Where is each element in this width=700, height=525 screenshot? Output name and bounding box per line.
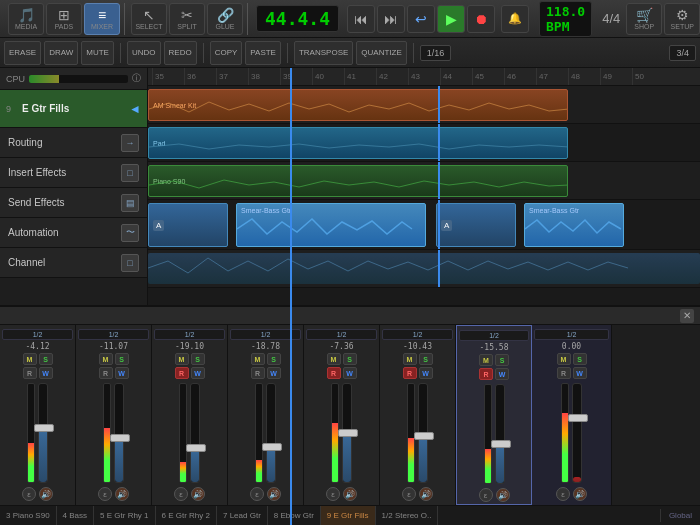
fader-handle-gtr2[interactable] [262,443,282,451]
clip-drums-1[interactable]: AM Smear Kit [148,89,568,121]
mute-master[interactable]: M [557,353,571,365]
solo-piano[interactable]: S [39,353,53,365]
fader-track-gtr1[interactable] [190,383,200,483]
write-ebow[interactable]: W [419,367,433,379]
insert-effects-menu-item[interactable]: Insert Effects □ [0,158,147,188]
track-lane-2[interactable]: Pad [148,124,700,162]
solo-fills[interactable]: S [495,354,509,366]
fx-icon-master[interactable]: 🔊 [573,487,587,501]
fader-track-gtr2[interactable] [266,383,276,483]
track-expand-arrow[interactable]: ◄ [129,102,141,116]
tab-stereo-out[interactable]: 1/2 Stereo O.. [376,506,439,525]
solo-bass[interactable]: S [115,353,129,365]
fader-handle-gtr1[interactable] [186,444,206,452]
fx-icon-lead[interactable]: 🔊 [343,487,357,501]
copy-button[interactable]: COPY [210,41,243,65]
read-piano[interactable]: R [23,367,37,379]
mute-button[interactable]: MUTE [81,41,114,65]
play-button[interactable]: ▶ [437,5,465,33]
read-lead[interactable]: R [327,367,341,379]
fx-icon-ebow[interactable]: 🔊 [419,487,433,501]
fx-icon-bass[interactable]: 🔊 [115,487,129,501]
clip-pad-1[interactable]: Pad [148,127,568,159]
clip-extra[interactable] [148,253,700,284]
fader-handle-bass[interactable] [110,434,130,442]
track-lane-1[interactable]: AM Smear Kit [148,86,700,124]
fader-track-lead[interactable] [342,383,352,483]
eq-icon-piano[interactable]: ε [22,487,36,501]
track-lane-4[interactable]: A Smear-Bass Gtr A Smear-Bass Gtr [148,200,700,250]
tab-piano[interactable]: 3 Piano S90 [0,506,57,525]
write-piano[interactable]: W [39,367,53,379]
solo-ebow[interactable]: S [419,353,433,365]
track-lane-3[interactable]: Piano S90 [148,162,700,200]
bpm-display[interactable]: 118.0 BPM [539,1,592,37]
time-sig-display[interactable]: 3/4 [669,45,696,61]
read-bass[interactable]: R [99,367,113,379]
split-button[interactable]: ✂ SPLIT [169,3,205,35]
erase-button[interactable]: ERASE [4,41,41,65]
mute-gtr1[interactable]: M [175,353,189,365]
read-gtr1[interactable]: R [175,367,189,379]
read-fills[interactable]: R [479,368,493,380]
fader-track-ebow[interactable] [418,383,428,483]
fx-icon-piano[interactable]: 🔊 [39,487,53,501]
tab-egtr-fills[interactable]: 9 E Gtr Fills [321,506,376,525]
clip-smear-bass[interactable]: Smear-Bass Gtr [236,203,426,247]
fader-handle-piano[interactable] [34,424,54,432]
time-signature[interactable]: 4/4 [602,11,620,26]
eq-icon-gtr1[interactable]: ε [174,487,188,501]
glue-button[interactable]: 🔗 GLUE [207,3,243,35]
fader-track-bass[interactable] [114,383,124,483]
read-gtr2[interactable]: R [251,367,265,379]
selected-track-item[interactable]: 9 E Gtr Fills ◄ [0,90,147,128]
automation-menu-item[interactable]: Automation 〜 [0,218,147,248]
routing-menu-item[interactable]: Routing → [0,128,147,158]
fader-track-fills[interactable] [495,384,505,484]
mute-piano[interactable]: M [23,353,37,365]
fader-track-piano[interactable] [38,383,48,483]
clip-piano-1[interactable]: Piano S90 [148,165,568,197]
read-ebow[interactable]: R [403,367,417,379]
solo-master[interactable]: S [573,353,587,365]
write-lead[interactable]: W [343,367,357,379]
undo-button[interactable]: UNDO [127,41,161,65]
record-button[interactable]: ⏺ [467,5,495,33]
tab-gtr-rhy2[interactable]: 6 E Gtr Rhy 2 [156,506,217,525]
write-gtr1[interactable]: W [191,367,205,379]
fader-handle-fills[interactable] [491,440,511,448]
eq-icon-gtr2[interactable]: ε [250,487,264,501]
fader-track-master[interactable] [572,383,582,483]
mute-bass[interactable]: M [99,353,113,365]
pads-button[interactable]: ⊞ PADS [46,3,82,35]
solo-gtr2[interactable]: S [267,353,281,365]
fader-handle-lead[interactable] [338,429,358,437]
write-fills[interactable]: W [495,368,509,380]
channel-menu-item[interactable]: Channel □ [0,248,147,278]
fader-handle-ebow[interactable] [414,432,434,440]
tab-ebow[interactable]: 8 Ebow Gtr [268,506,321,525]
setup-button[interactable]: ⚙ SETUP [664,3,700,35]
track-lane-5[interactable] [148,250,700,288]
fader-handle-master[interactable] [568,414,588,422]
metronome-button[interactable]: 🔔 [501,5,529,33]
eq-icon-bass[interactable]: ε [98,487,112,501]
send-effects-menu-item[interactable]: Send Effects ▤ [0,188,147,218]
read-master[interactable]: R [557,367,571,379]
tab-lead-gtr[interactable]: 7 Lead Gtr [217,506,268,525]
fast-forward-button[interactable]: ⏭ [377,5,405,33]
rewind-button[interactable]: ⏮ [347,5,375,33]
transpose-button[interactable]: TRANSPOSE [294,41,353,65]
write-master[interactable]: W [573,367,587,379]
fx-icon-fills[interactable]: 🔊 [496,488,510,502]
mute-ebow[interactable]: M [403,353,417,365]
eq-icon-master[interactable]: ε [556,487,570,501]
paste-button[interactable]: PASTE [245,41,281,65]
fx-icon-gtr2[interactable]: 🔊 [267,487,281,501]
quantize-value[interactable]: 1/16 [420,45,452,61]
media-button[interactable]: 🎵 MEDIA [8,3,44,35]
mixer-button[interactable]: ≡ MIXER [84,3,120,35]
eq-icon-ebow[interactable]: ε [402,487,416,501]
tab-gtr-rhy1[interactable]: 5 E Gtr Rhy 1 [94,506,155,525]
mute-lead[interactable]: M [327,353,341,365]
